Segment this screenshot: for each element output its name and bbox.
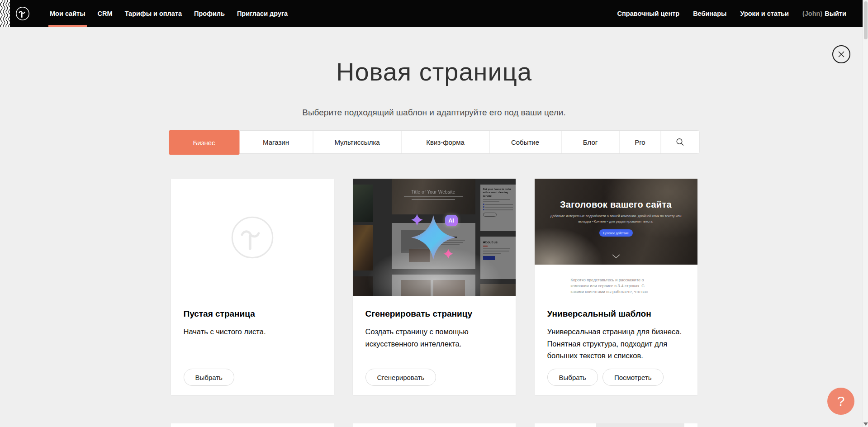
thumbnail-photo [353, 276, 373, 296]
user-name: (John) [802, 10, 822, 17]
tab-blog[interactable]: Блог [561, 131, 620, 153]
template-cards-row: Пустая страница Начать с чистого листа. … [171, 179, 697, 395]
blank-preview [171, 179, 334, 296]
choose-universal-button[interactable]: Выбрать [547, 369, 598, 386]
tab-multilink[interactable]: Мультиссылка [313, 131, 402, 153]
tilda-logo-icon[interactable] [15, 6, 30, 21]
thumbnail-cleaning-card: Get your house in order with a smart cle… [480, 185, 516, 231]
thumbnail-gallery-card [392, 275, 475, 296]
card-buttons: Выбрать [184, 369, 234, 386]
template-text-section: Коротко представьтесь и расскажите о ком… [535, 265, 697, 296]
nav-item-profile[interactable]: Профиль [194, 0, 225, 27]
universal-preview: Заголовок вашего сайта Добавьте интересн… [535, 179, 697, 296]
thumbnail-photo [353, 185, 373, 222]
tab-search[interactable] [661, 131, 699, 153]
question-icon: ? [837, 394, 845, 409]
close-icon [838, 51, 845, 58]
thumbnail-about-card: About us [480, 237, 516, 279]
nav-left-menu: Мои сайты CRM Тарифы и оплата Профиль Пр… [50, 0, 288, 27]
nav-item-lessons[interactable]: Уроки и статьи [740, 0, 788, 27]
thumbnail-site-title: Title of Your Website [392, 190, 475, 195]
template-hero-subheading: Добавьте интересные подробности о вашей … [546, 214, 686, 224]
template-card-preview-partial[interactable] [535, 423, 697, 427]
tab-quiz-form[interactable]: Квиз-форма [402, 131, 489, 153]
template-cards-row-2 [171, 423, 697, 427]
template-card-universal: Заголовок вашего сайта Добавьте интересн… [535, 179, 697, 395]
card-description: Создать страницу с помощью искусственног… [365, 326, 503, 350]
thumbnail-website-header: Title of Your Website [392, 179, 475, 214]
page-subtitle: Выберите подходящий шаблон и адаптируйте… [0, 108, 868, 118]
logout-link[interactable]: Выйти [825, 10, 846, 17]
scrollbar[interactable] [863, 0, 868, 427]
template-card-ai: Title of Your Website [353, 179, 516, 395]
nav-item-help-center[interactable]: Справочный центр [617, 0, 680, 27]
top-navbar: Мои сайты CRM Тарифы и оплата Профиль Пр… [0, 0, 863, 27]
card-info: Универсальный шаблон Универсальная стран… [535, 296, 697, 375]
template-card-preview-partial[interactable] [353, 423, 516, 427]
nav-item-invite-friend[interactable]: Пригласи друга [237, 0, 288, 27]
preview-universal-button[interactable]: Посмотреть [602, 369, 664, 386]
ai-badge: AI [445, 215, 458, 226]
scrollbar-thumb[interactable] [864, 1, 868, 39]
card-buttons: Выбрать Посмотреть [547, 369, 664, 386]
thumbnail-photo [480, 284, 516, 296]
tab-shop[interactable]: Магазин [239, 131, 313, 153]
choose-blank-button[interactable]: Выбрать [184, 369, 234, 386]
tab-business[interactable]: Бизнес [169, 130, 239, 155]
active-nav-underline [48, 25, 87, 27]
nav-item-webinars[interactable]: Вебинары [693, 0, 726, 27]
template-card-blank: Пустая страница Начать с чистого листа. … [171, 179, 334, 395]
card-title: Пустая страница [184, 309, 321, 319]
tilda-ghost-logo-icon [230, 215, 275, 260]
card-info: Сгенерировать страницу Создать страницу … [353, 296, 516, 362]
nav-item-tariffs[interactable]: Тарифы и оплата [125, 0, 182, 27]
template-card-preview-partial[interactable] [171, 423, 334, 427]
nav-item-label: Мои сайты [50, 10, 85, 17]
help-button[interactable]: ? [827, 388, 854, 415]
zigzag-decoration [0, 0, 10, 27]
nav-item-crm[interactable]: CRM [98, 0, 113, 27]
card-description: Начать с чистого листа. [184, 326, 321, 338]
search-icon [675, 138, 684, 147]
card-title: Универсальный шаблон [547, 309, 685, 319]
template-hero-heading: Заголовок вашего сайта [535, 199, 697, 210]
template-category-tabs: Бизнес Магазин Мультиссылка Квиз-форма С… [169, 130, 699, 154]
scrollbar-down-arrow[interactable] [863, 422, 868, 426]
nav-item-my-sites[interactable]: Мои сайты [50, 0, 85, 27]
tab-event[interactable]: Событие [489, 131, 561, 153]
template-body-text: Коротко представьтесь и расскажите о ком… [571, 277, 658, 296]
nav-right-menu: Справочный центр Вебинары Уроки и статьи… [617, 0, 846, 27]
card-title: Сгенерировать страницу [365, 309, 503, 319]
nav-user-block: (John) Выйти [802, 10, 846, 17]
card-info: Пустая страница Начать с чистого листа. [171, 296, 334, 351]
card-description: Универсальная страница для бизнеса. Поня… [547, 326, 685, 362]
template-hero-section: Заголовок вашего сайта Добавьте интересн… [535, 179, 697, 265]
card-buttons: Сгенерировать [365, 369, 436, 386]
close-button[interactable] [832, 45, 850, 63]
template-cta-button: Целевое действие [599, 229, 633, 237]
generate-button[interactable]: Сгенерировать [365, 369, 436, 386]
tab-pro[interactable]: Pro [620, 131, 661, 153]
thumbnail-photo [353, 225, 373, 270]
ai-preview: Title of Your Website [353, 179, 516, 296]
page-title: Новая страница [0, 57, 868, 86]
chevron-down-icon [612, 254, 620, 258]
